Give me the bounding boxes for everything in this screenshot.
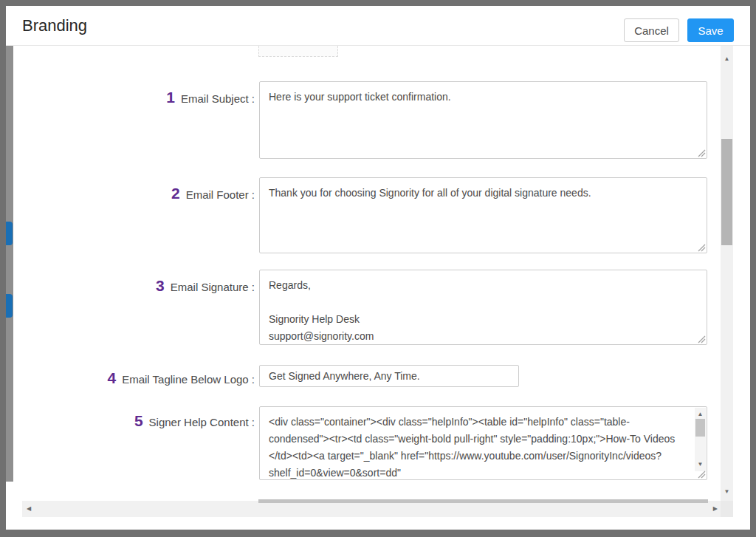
field-label: Email Footer :: [186, 188, 255, 201]
signer-help-content-field: <div class="container"><div class="helpI…: [259, 406, 707, 480]
email-footer-field: Thank you for choosing Signority for all…: [259, 177, 707, 253]
field-number: 2: [171, 185, 180, 202]
page-title: Branding: [22, 6, 87, 46]
signer-help-content-textarea[interactable]: <div class="container"><div class="helpI…: [259, 406, 707, 480]
scroll-down-arrow-icon[interactable]: ▼: [721, 489, 733, 495]
branding-modal: Branding Cancel Save 1 Email Subject : H…: [6, 6, 750, 530]
email-tagline-input[interactable]: [259, 365, 519, 387]
scrollbar-thumb[interactable]: [695, 419, 705, 437]
background-link-fragment: [6, 222, 13, 245]
field-label: Signer Help Content :: [149, 416, 255, 428]
field-number: 5: [134, 412, 143, 430]
field-label: Email Subject :: [181, 92, 255, 105]
modal-header: Branding Cancel Save: [6, 6, 750, 46]
horizontal-scrollbar-thumb[interactable]: [258, 499, 708, 503]
scrolled-off-element: [258, 46, 338, 57]
field-row-label: 5 Signer Help Content :: [134, 412, 255, 430]
field-label: Email Tagline Below Logo :: [122, 373, 255, 386]
field-number: 4: [107, 369, 116, 387]
field-number: 1: [166, 89, 175, 106]
scroll-up-arrow-icon[interactable]: ▲: [695, 411, 706, 417]
field-row-label: 1 Email Subject :: [166, 89, 255, 106]
cancel-button[interactable]: Cancel: [624, 18, 679, 42]
field-number: 3: [156, 277, 165, 295]
modal-vertical-scrollbar[interactable]: ▲ ▼: [721, 46, 733, 501]
scroll-down-arrow-icon[interactable]: ▼: [695, 462, 706, 468]
scrollbar-corner: [721, 501, 733, 517]
field-row-label: 4 Email Tagline Below Logo :: [107, 369, 255, 387]
background-page-strip: [6, 46, 13, 482]
email-subject-textarea[interactable]: Here is your support ticket confirmation…: [259, 81, 707, 159]
scroll-up-arrow-icon[interactable]: ▲: [721, 56, 733, 62]
scroll-left-arrow-icon[interactable]: ◀: [27, 506, 31, 512]
email-subject-field: Here is your support ticket confirmation…: [259, 81, 707, 159]
background-link-fragment: [6, 294, 13, 318]
field-label: Email Signature :: [171, 281, 255, 293]
email-footer-textarea[interactable]: Thank you for choosing Signority for all…: [259, 177, 707, 253]
textarea-vertical-scrollbar[interactable]: ▲ ▼: [695, 408, 706, 471]
save-button[interactable]: Save: [687, 18, 734, 42]
field-row-label: 2 Email Footer :: [171, 185, 255, 202]
modal-horizontal-scrollbar[interactable]: ◀ ▶: [22, 501, 722, 517]
screenshot-frame: { "colors": { "save_button_blue": "#2196…: [0, 0, 756, 537]
vertical-scrollbar-thumb[interactable]: [721, 139, 732, 245]
email-signature-field: Regards, Signority Help Desk support@sig…: [259, 270, 707, 345]
modal-scroll-area: 1 Email Subject : Here is your support t…: [6, 46, 750, 530]
field-row-label: 3 Email Signature :: [156, 277, 255, 295]
email-signature-textarea[interactable]: Regards, Signority Help Desk support@sig…: [259, 270, 707, 345]
scroll-right-arrow-icon[interactable]: ▶: [713, 506, 718, 512]
